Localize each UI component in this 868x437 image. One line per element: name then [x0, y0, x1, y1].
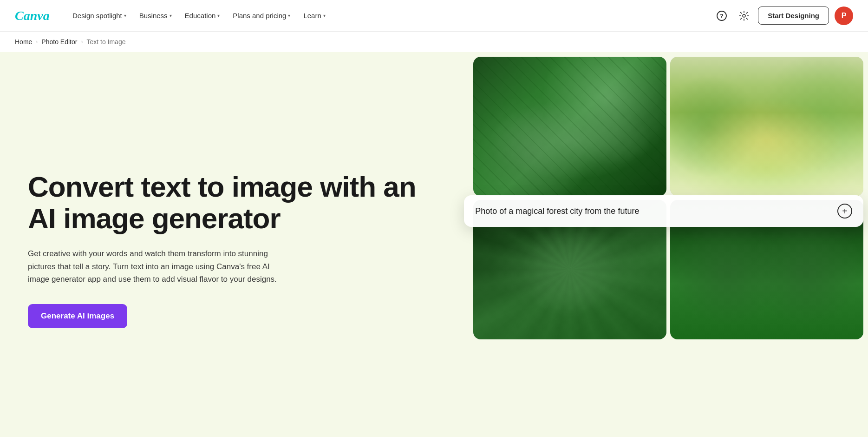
- hero-left: Convert text to image with an AI image g…: [0, 52, 469, 437]
- settings-button[interactable]: [736, 7, 752, 24]
- chevron-down-icon: ▾: [217, 13, 220, 18]
- hero-image-1-fill: [473, 57, 666, 196]
- canva-logo[interactable]: Canva: [15, 8, 52, 24]
- hero-image-1: [473, 57, 666, 196]
- prompt-card[interactable]: Photo of a magical forest city from the …: [464, 195, 863, 227]
- chevron-down-icon: ▾: [124, 13, 126, 18]
- navbar: Canva Design spotlight ▾ Business ▾ Educ…: [0, 0, 868, 32]
- svg-point-3: [743, 14, 745, 17]
- nav-link-business[interactable]: Business ▾: [134, 8, 177, 23]
- hero-title: Convert text to image with an AI image g…: [28, 171, 441, 234]
- nav-actions: ? Start Designing P: [713, 7, 853, 25]
- breadcrumb-sep-2: ›: [81, 39, 83, 45]
- help-button[interactable]: ?: [713, 7, 730, 24]
- nav-links: Design spotlight ▾ Business ▾ Education …: [67, 8, 713, 23]
- generate-ai-images-button[interactable]: Generate AI images: [28, 304, 127, 328]
- svg-text:Canva: Canva: [15, 8, 50, 22]
- breadcrumb: Home › Photo Editor › Text to Image: [0, 32, 868, 52]
- chevron-down-icon: ▾: [288, 13, 290, 18]
- breadcrumb-sep-1: ›: [36, 39, 38, 45]
- nav-link-design-spotlight[interactable]: Design spotlight ▾: [67, 8, 132, 23]
- hero-image-2-fill: [670, 57, 863, 196]
- svg-text:?: ?: [720, 13, 724, 20]
- chevron-down-icon: ▾: [323, 13, 326, 18]
- hero-image-2: [670, 57, 863, 196]
- prompt-plus-button[interactable]: +: [837, 204, 852, 218]
- breadcrumb-photo-editor[interactable]: Photo Editor: [41, 38, 77, 46]
- start-designing-button[interactable]: Start Designing: [758, 7, 829, 25]
- nav-link-plans-pricing[interactable]: Plans and pricing ▾: [227, 8, 296, 23]
- nav-link-learn[interactable]: Learn ▾: [298, 8, 331, 23]
- hero-section: Convert text to image with an AI image g…: [0, 52, 868, 437]
- user-avatar[interactable]: P: [835, 7, 853, 25]
- chevron-down-icon: ▾: [170, 13, 172, 18]
- hero-image-grid: Photo of a magical forest city from the …: [469, 52, 868, 437]
- nav-link-education[interactable]: Education ▾: [179, 8, 226, 23]
- hero-subtitle: Get creative with your words and watch t…: [28, 247, 288, 285]
- breadcrumb-current: Text to Image: [86, 38, 125, 46]
- breadcrumb-home[interactable]: Home: [15, 38, 32, 46]
- prompt-text: Photo of a magical forest city from the …: [475, 206, 639, 216]
